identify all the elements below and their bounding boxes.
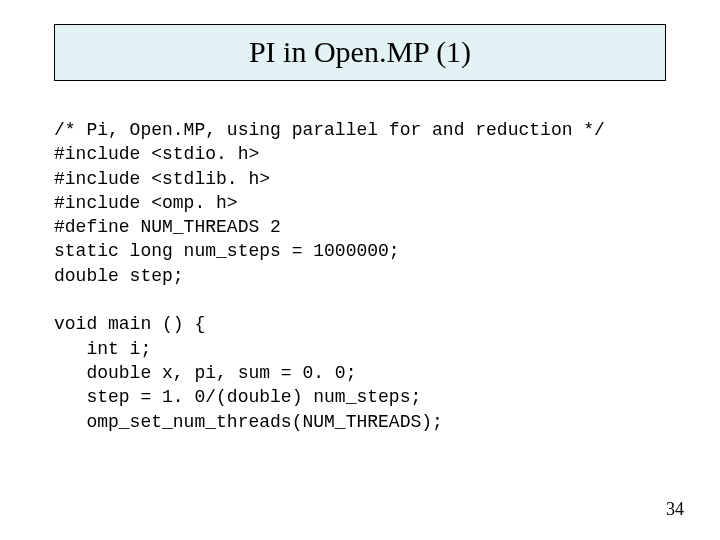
page-number: 34 (666, 499, 684, 520)
slide: PI in Open.MP (1) /* Pi, Open.MP, using … (0, 0, 720, 540)
slide-title: PI in Open.MP (1) (249, 35, 471, 68)
title-box: PI in Open.MP (1) (54, 24, 666, 81)
code-listing: /* Pi, Open.MP, using parallel for and r… (54, 118, 666, 434)
